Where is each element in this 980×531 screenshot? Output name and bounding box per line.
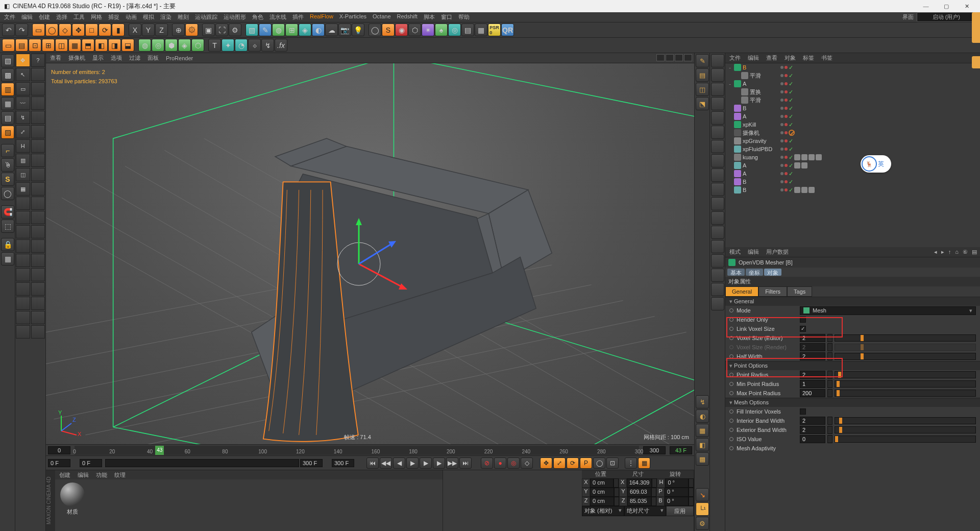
- rs-9[interactable]: ▩: [696, 452, 709, 466]
- et-9[interactable]: ⤢: [16, 125, 30, 138]
- menu-窗口[interactable]: 窗口: [441, 13, 452, 21]
- et-3[interactable]: ▭: [16, 82, 30, 95]
- sr-1[interactable]: [711, 54, 724, 67]
- et-4[interactable]: [31, 82, 45, 95]
- menu-运动图形[interactable]: 运动图形: [224, 13, 246, 21]
- tr-playrev[interactable]: ▶: [406, 457, 419, 469]
- xp-8[interactable]: ▤: [461, 23, 474, 36]
- menu-创建[interactable]: 创建: [39, 13, 50, 21]
- t2-1[interactable]: ▭: [2, 39, 15, 52]
- et-38[interactable]: [31, 325, 45, 339]
- menu-脚本[interactable]: 脚本: [424, 13, 435, 21]
- et-13[interactable]: ▥: [16, 154, 30, 167]
- hw-spinner[interactable]: [827, 352, 832, 360]
- menu-渲染[interactable]: 渲染: [160, 13, 172, 21]
- tree-row[interactable]: xpGravity✓: [725, 137, 980, 145]
- tr-in2[interactable]: 0 F: [80, 459, 102, 467]
- pr-input[interactable]: 2: [800, 371, 825, 379]
- et-28[interactable]: [31, 254, 45, 267]
- et-25[interactable]: [16, 239, 30, 253]
- sr-4[interactable]: [711, 97, 724, 110]
- grid-plane[interactable]: ▦: [1, 252, 14, 266]
- tree-row[interactable]: 摄像机: [725, 129, 980, 137]
- et-5[interactable]: 〰: [16, 96, 30, 110]
- objtab-查看[interactable]: 查看: [766, 54, 777, 62]
- gen-nurbs[interactable]: ◍: [272, 23, 285, 36]
- et-35[interactable]: [16, 311, 30, 324]
- tr-k4[interactable]: P: [580, 457, 592, 469]
- sr-7[interactable]: [711, 140, 724, 153]
- rs-11[interactable]: └¹: [696, 502, 709, 516]
- et-7[interactable]: ↯: [16, 111, 30, 124]
- tree-row[interactable]: 平滑✓: [725, 96, 980, 104]
- tab2-Filters[interactable]: Filters: [758, 286, 787, 297]
- et-8[interactable]: [31, 111, 45, 124]
- et-32[interactable]: [31, 282, 45, 296]
- et-15[interactable]: ◫: [16, 168, 30, 181]
- vse-slider[interactable]: [835, 334, 976, 342]
- tr-prevkey[interactable]: ◀◀: [380, 457, 392, 469]
- t2-5[interactable]: ◫: [55, 39, 68, 52]
- vpmenu-过滤[interactable]: 过滤: [129, 54, 140, 62]
- hw-input[interactable]: 2: [800, 352, 825, 360]
- objtab-书签[interactable]: 书签: [821, 54, 832, 62]
- tr-last[interactable]: ⏭: [459, 457, 472, 469]
- attr-menu-icon[interactable]: ⑥: [963, 249, 968, 255]
- tr-k2[interactable]: ⤢: [553, 457, 566, 469]
- et-16[interactable]: [31, 168, 45, 181]
- vpmenu-查看[interactable]: 查看: [50, 54, 61, 62]
- xp-6[interactable]: ♠: [435, 23, 448, 36]
- et-31[interactable]: [16, 282, 30, 296]
- menu-角色[interactable]: 角色: [252, 13, 263, 21]
- t2-6[interactable]: ▦: [68, 39, 81, 52]
- coord-dd2[interactable]: 绝对尺寸▾: [624, 506, 667, 516]
- xp-4[interactable]: ⬡: [408, 23, 421, 36]
- t2-7[interactable]: ⬒: [82, 39, 94, 52]
- menu-雕刻[interactable]: 雕刻: [178, 13, 189, 21]
- poly-tool[interactable]: ◇: [59, 23, 71, 36]
- mattab-编辑[interactable]: 编辑: [78, 471, 89, 479]
- scale-tool[interactable]: □: [85, 23, 98, 36]
- tr-out1[interactable]: 300 F: [300, 459, 323, 467]
- objtab-编辑[interactable]: 编辑: [748, 54, 759, 62]
- sr-9[interactable]: [711, 168, 724, 182]
- sr-2[interactable]: [711, 68, 724, 82]
- menu-文件[interactable]: 文件: [4, 13, 15, 21]
- axis-x[interactable]: X: [129, 23, 141, 36]
- tr-rec1[interactable]: ⊘: [481, 457, 493, 469]
- size-Y[interactable]: 609.03 cm: [627, 488, 651, 497]
- grp-general[interactable]: General: [725, 297, 980, 306]
- pr-spinner[interactable]: [827, 371, 832, 379]
- subtab-坐标[interactable]: 坐标: [746, 269, 763, 276]
- mpr-input[interactable]: 1: [800, 380, 825, 388]
- xp-2[interactable]: S: [382, 23, 395, 36]
- hw-slider[interactable]: [835, 353, 976, 360]
- close-button[interactable]: ✕: [958, 1, 976, 11]
- menu-动画[interactable]: 动画: [126, 13, 137, 21]
- mattab-功能[interactable]: 功能: [96, 471, 107, 479]
- xpr-spinner[interactable]: [827, 389, 832, 397]
- ibw-input[interactable]: 2: [800, 417, 825, 425]
- size-X[interactable]: 164.309 cm: [627, 478, 652, 488]
- sr-10[interactable]: [711, 183, 724, 196]
- xp-9[interactable]: ▦: [475, 23, 487, 36]
- sr-8[interactable]: [711, 154, 724, 167]
- tree-row[interactable]: kuang✓: [725, 153, 980, 161]
- t2-b3[interactable]: ◔: [235, 39, 248, 52]
- t2-b2[interactable]: ✦: [222, 39, 234, 52]
- axis-cursor[interactable]: 🖰: [1, 158, 14, 172]
- xp-7[interactable]: ◎: [448, 23, 461, 36]
- xpr-slider[interactable]: [835, 390, 976, 397]
- t2-3[interactable]: ⊡: [29, 39, 41, 52]
- coord-world[interactable]: ۞: [185, 23, 198, 36]
- texture-mode[interactable]: ▩: [1, 68, 14, 82]
- t2-2[interactable]: ▤: [15, 39, 28, 52]
- vse-input[interactable]: 2: [800, 334, 825, 342]
- t2-8[interactable]: ◧: [95, 39, 108, 52]
- et-29[interactable]: [16, 268, 30, 281]
- tree-row[interactable]: B✓: [725, 178, 980, 186]
- qr-button[interactable]: QR: [501, 23, 514, 36]
- xp-3[interactable]: ◉: [395, 23, 408, 36]
- tree-row[interactable]: xpFluidPBD✓: [725, 145, 980, 153]
- t2-g1[interactable]: ◍: [138, 39, 151, 52]
